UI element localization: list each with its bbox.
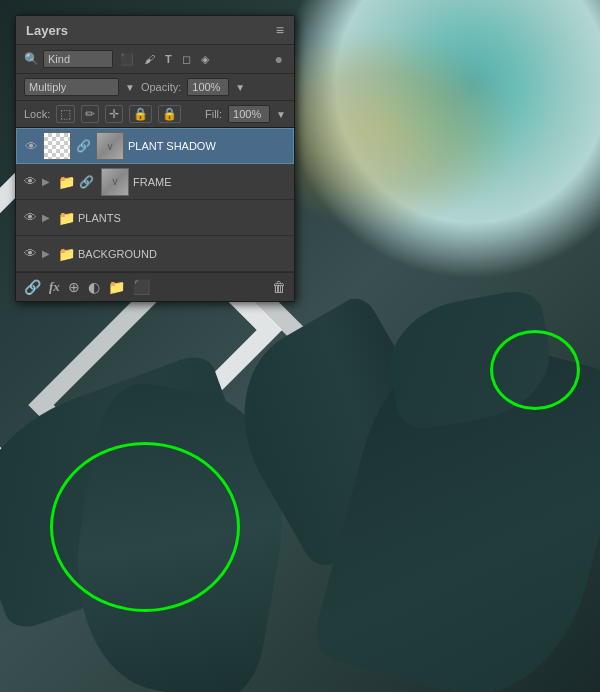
fill-input[interactable] [228,105,270,123]
visibility-icon-plant-shadow[interactable]: 👁 [23,139,39,154]
fill-label: Fill: [205,108,222,120]
layer-name-plants: PLANTS [78,212,121,224]
text-filter-icon[interactable]: T [162,52,175,66]
folder-icon-frame: 📁 [58,174,74,190]
lock-artboard-icon[interactable]: 🔒 [129,105,152,123]
layer-thumb-plant-shadow [43,132,71,160]
layers-list: 👁 🔗 v PLANT SHADOW 👁 ▶ 📁 🔗 v FRAME 👁 ▶ [16,128,294,272]
visibility-icon-frame[interactable]: 👁 [22,174,38,189]
lock-pixels-icon[interactable]: ⬚ [56,105,75,123]
smart-filter-icon[interactable]: ◈ [198,52,212,67]
lock-row: Lock: ⬚ ✏ ✛ 🔒 🔒 Fill: ▼ [16,101,294,128]
layer-row-frame[interactable]: 👁 ▶ 📁 🔗 v FRAME [16,164,294,200]
layer-link-icon-frame: 🔗 [79,175,94,189]
new-artboard-icon[interactable]: ⬛ [133,279,150,295]
panel-header: Layers ≡ [16,16,294,45]
layer-row-plant-shadow[interactable]: 👁 🔗 v PLANT SHADOW [16,128,294,164]
checkerboard-bg [44,133,70,159]
lock-label: Lock: [24,108,50,120]
blend-mode-select[interactable]: Multiply Normal Screen Overlay [24,78,119,96]
new-fill-adjustment-icon[interactable]: ⊕ [68,279,80,295]
folder-icon-background: 📁 [58,246,74,262]
layer-row-plants[interactable]: 👁 ▶ 📁 PLANTS [16,200,294,236]
opacity-label: Opacity: [141,81,181,93]
layer-mask-plant-shadow: v [96,132,124,160]
expand-arrow-background[interactable]: ▶ [42,248,54,259]
layer-link-icon: 🔗 [76,139,91,153]
expand-arrow-plants[interactable]: ▶ [42,212,54,223]
opacity-arrow-icon: ▼ [235,82,245,93]
folder-icon-plants: 📁 [58,210,74,226]
panel-menu-icon[interactable]: ≡ [276,22,284,38]
mask-icon[interactable]: ◐ [88,279,100,295]
panel-title: Layers [26,23,68,38]
brush-filter-icon[interactable]: 🖌 [141,52,158,66]
layer-name-background: BACKGROUND [78,248,157,260]
delete-layer-icon[interactable]: 🗑 [272,279,286,295]
visibility-icon-plants[interactable]: 👁 [22,210,38,225]
fx-icon[interactable]: fx [49,279,60,295]
new-group-icon[interactable]: 📁 [108,279,125,295]
pixel-filter-icon[interactable]: ⬛ [117,52,137,67]
layers-panel: Layers ≡ 🔍 Kind Name Effect Mode ⬛ 🖌 T ◻… [15,15,295,302]
fill-arrow-icon: ▼ [276,109,286,120]
toggle-filter-icon[interactable]: ● [272,50,286,68]
expand-arrow-frame[interactable]: ▶ [42,176,54,187]
filter-row: 🔍 Kind Name Effect Mode ⬛ 🖌 T ◻ ◈ ● [16,45,294,74]
panel-toolbar: 🔗 fx ⊕ ◐ 📁 ⬛ 🗑 [16,272,294,301]
visibility-icon-background[interactable]: 👁 [22,246,38,261]
lock-all-icon[interactable]: 🔒 [158,105,181,123]
layer-mask-frame: v [101,168,129,196]
link-layers-icon[interactable]: 🔗 [24,279,41,295]
filter-kind-select[interactable]: Kind Name Effect Mode [43,50,113,68]
lock-image-icon[interactable]: ✏ [81,105,99,123]
layer-name-frame: FRAME [133,176,172,188]
layer-row-background[interactable]: 👁 ▶ 📁 BACKGROUND [16,236,294,272]
blend-arrow-icon: ▼ [125,82,135,93]
blend-mode-row: Multiply Normal Screen Overlay ▼ Opacity… [16,74,294,101]
layer-name-plant-shadow: PLANT SHADOW [128,140,216,152]
lock-position-icon[interactable]: ✛ [105,105,123,123]
shape-filter-icon[interactable]: ◻ [179,52,194,67]
search-icon: 🔍 [24,52,39,66]
opacity-input[interactable] [187,78,229,96]
